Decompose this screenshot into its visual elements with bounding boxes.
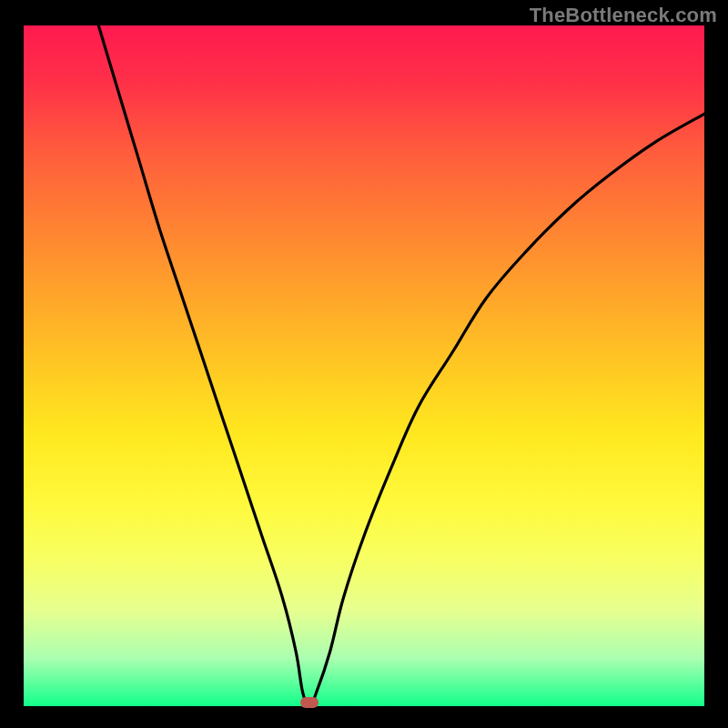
optimum-marker-icon <box>300 697 318 708</box>
bottleneck-curve <box>24 25 704 706</box>
chart-frame: TheBottleneck.com <box>0 0 728 728</box>
watermark-text: TheBottleneck.com <box>530 4 717 27</box>
plot-area <box>24 25 704 706</box>
